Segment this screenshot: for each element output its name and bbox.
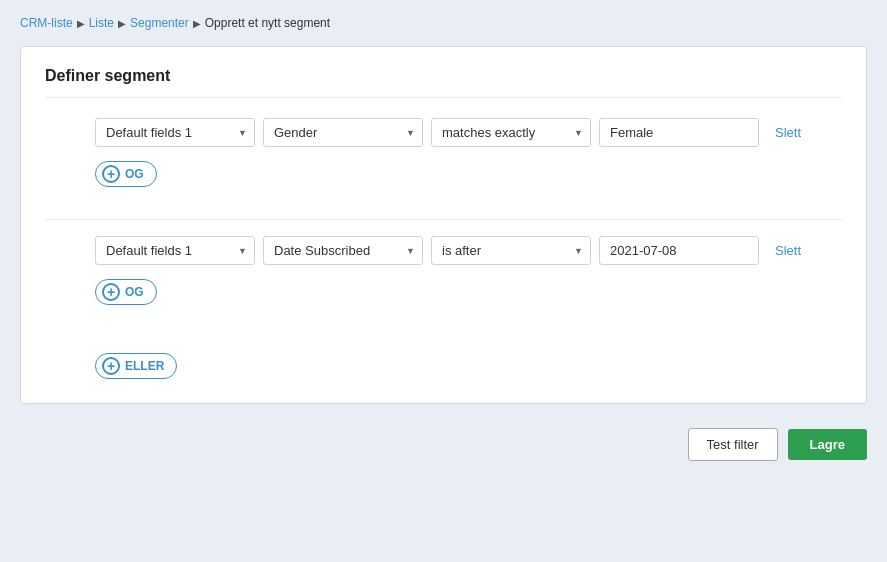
breadcrumb-sep-3: ▶ — [193, 18, 201, 29]
value-input-2[interactable] — [599, 236, 759, 265]
add-or-button[interactable]: + ELLER — [95, 353, 177, 379]
footer-actions: Test filter Lagre — [20, 420, 867, 469]
field-type-wrapper-2: Default fields 1 Default fields 2 Custom… — [95, 236, 255, 265]
field-type-select-1[interactable]: Default fields 1 Default fields 2 Custom… — [95, 118, 255, 147]
breadcrumb-sep-1: ▶ — [77, 18, 85, 29]
delete-button-1[interactable]: Slett — [775, 125, 801, 140]
or-section: + ELLER — [45, 337, 842, 379]
add-and-button-1[interactable]: + OG — [95, 161, 157, 187]
add-and-button-2[interactable]: + OG — [95, 279, 157, 305]
condition-row-2: Default fields 1 Default fields 2 Custom… — [95, 236, 842, 265]
field-wrapper-2: Date Subscribed Date Created Last Activi… — [263, 236, 423, 265]
field-select-2[interactable]: Date Subscribed Date Created Last Activi… — [263, 236, 423, 265]
plus-icon-or: + — [102, 357, 120, 375]
or-label: ELLER — [125, 359, 164, 373]
test-filter-button[interactable]: Test filter — [688, 428, 778, 461]
save-button[interactable]: Lagre — [788, 429, 867, 460]
condition-row-1: Default fields 1 Default fields 2 Custom… — [95, 118, 842, 147]
operator-wrapper-2: is after is before is on matches exactly — [431, 236, 591, 265]
field-type-select-2[interactable]: Default fields 1 Default fields 2 Custom… — [95, 236, 255, 265]
operator-wrapper-1: matches exactly does not match contains — [431, 118, 591, 147]
breadcrumb-sep-2: ▶ — [118, 18, 126, 29]
plus-icon-1: + — [102, 165, 120, 183]
operator-select-1[interactable]: matches exactly does not match contains — [431, 118, 591, 147]
segment-group-2: Default fields 1 Default fields 2 Custom… — [45, 219, 842, 321]
field-select-1[interactable]: Gender Email First Name Last Name — [263, 118, 423, 147]
breadcrumb-crm[interactable]: CRM-liste — [20, 16, 73, 30]
segment-card: Definer segment Default fields 1 Default… — [20, 46, 867, 404]
delete-button-2[interactable]: Slett — [775, 243, 801, 258]
field-type-wrapper-1: Default fields 1 Default fields 2 Custom… — [95, 118, 255, 147]
card-title: Definer segment — [45, 67, 842, 98]
operator-select-2[interactable]: is after is before is on matches exactly — [431, 236, 591, 265]
breadcrumb-liste[interactable]: Liste — [89, 16, 114, 30]
breadcrumb-current: Opprett et nytt segment — [205, 16, 330, 30]
breadcrumb-segmenter[interactable]: Segmenter — [130, 16, 189, 30]
plus-icon-2: + — [102, 283, 120, 301]
breadcrumb: CRM-liste ▶ Liste ▶ Segmenter ▶ Opprett … — [20, 16, 867, 30]
and-label-1: OG — [125, 167, 144, 181]
field-wrapper-1: Gender Email First Name Last Name — [263, 118, 423, 147]
and-label-2: OG — [125, 285, 144, 299]
segment-group-1: Default fields 1 Default fields 2 Custom… — [45, 118, 842, 203]
value-input-1[interactable] — [599, 118, 759, 147]
